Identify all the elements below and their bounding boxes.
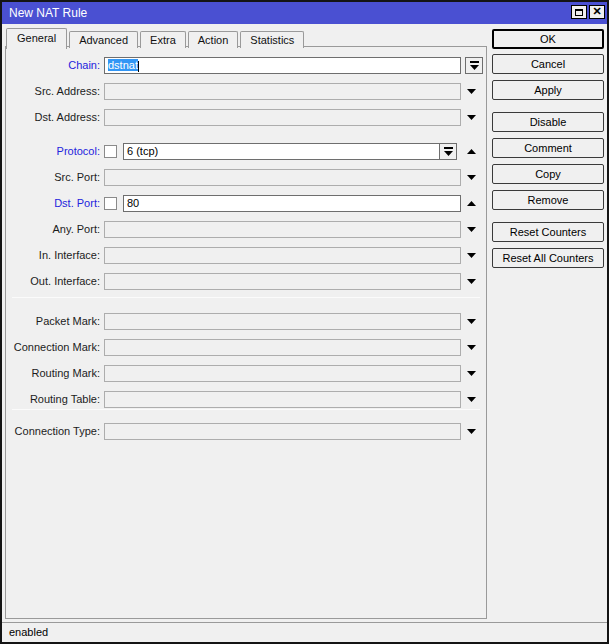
dst-address-label: Dst. Address: [6, 109, 100, 126]
connection-type-input[interactable] [104, 423, 461, 440]
in-interface-input[interactable] [104, 247, 461, 264]
dst-address-input[interactable] [104, 109, 461, 126]
text-caret [138, 61, 139, 72]
packet-mark-input[interactable] [104, 313, 461, 330]
status-bar: enabled [2, 622, 607, 642]
packet-mark-expand-button[interactable] [465, 313, 477, 330]
in-interface-expand-button[interactable] [465, 247, 477, 264]
triangle-down-icon [467, 429, 476, 434]
cancel-button[interactable]: Cancel [492, 54, 604, 74]
field-row-chain: Chain: dstnat [6, 57, 486, 74]
close-glyph: ✕ [592, 6, 601, 17]
triangle-down-icon [467, 175, 476, 180]
triangle-down-icon [467, 319, 476, 324]
in-interface-label: In. Interface: [6, 247, 100, 264]
separator [12, 297, 480, 298]
reset-counters-button[interactable]: Reset Counters [492, 222, 604, 242]
window-controls: ✕ [571, 5, 605, 19]
disable-button[interactable]: Disable [492, 112, 604, 132]
remove-button[interactable]: Remove [492, 190, 604, 210]
triangle-down-icon [467, 397, 476, 402]
restore-icon[interactable] [571, 5, 587, 19]
field-row-src-port: Src. Port: [6, 169, 486, 186]
restore-glyph [575, 9, 583, 16]
protocol-negate-checkbox[interactable] [104, 145, 117, 158]
dst-address-expand-button[interactable] [465, 109, 477, 126]
separator [12, 409, 480, 410]
comment-button[interactable]: Comment [492, 138, 604, 158]
field-row-out-interface: Out. Interface: [6, 273, 486, 290]
chain-dropdown-button[interactable] [465, 57, 483, 74]
triangle-down-icon [467, 115, 476, 120]
connection-mark-label: Connection Mark: [6, 339, 100, 356]
protocol-collapse-button[interactable] [465, 143, 477, 160]
field-row-connection-mark: Connection Mark: [6, 339, 486, 356]
chain-value-selected: dstnat [108, 59, 138, 71]
field-row-dst-address: Dst. Address: [6, 109, 486, 126]
tab-general[interactable]: General [6, 28, 67, 49]
out-interface-input[interactable] [104, 273, 461, 290]
reset-all-counters-button[interactable]: Reset All Counters [492, 248, 604, 268]
field-row-routing-table: Routing Table: [6, 391, 486, 408]
tab-bar: GeneralAdvancedExtraActionStatistics [6, 28, 306, 49]
src-port-expand-button[interactable] [465, 169, 477, 186]
field-row-packet-mark: Packet Mark: [6, 313, 486, 330]
out-interface-label: Out. Interface: [6, 273, 100, 290]
any-port-expand-button[interactable] [465, 221, 477, 238]
dst-port-label: Dst. Port: [6, 195, 100, 212]
any-port-input[interactable] [104, 221, 461, 238]
packet-mark-label: Packet Mark: [6, 313, 100, 330]
triangle-down-icon [467, 253, 476, 258]
copy-button[interactable]: Copy [492, 164, 604, 184]
connection-type-expand-button[interactable] [465, 423, 477, 440]
protocol-input[interactable]: 6 (tcp) [123, 143, 440, 160]
routing-mark-input[interactable] [104, 365, 461, 382]
src-port-label: Src. Port: [6, 169, 100, 186]
dst-port-negate-checkbox[interactable] [104, 197, 117, 210]
connection-mark-expand-button[interactable] [465, 339, 477, 356]
dropdown-bar-arrow-icon [444, 147, 453, 156]
chain-label: Chain: [6, 57, 100, 74]
dst-port-collapse-button[interactable] [465, 195, 477, 212]
protocol-dropdown-button[interactable] [439, 143, 457, 160]
dropdown-bar-arrow-icon [470, 61, 479, 70]
general-tab-panel: Chain: dstnat Src. Address: Dst. Address… [5, 46, 487, 619]
tab-action[interactable]: Action [188, 31, 239, 48]
src-address-expand-button[interactable] [465, 83, 477, 100]
connection-mark-input[interactable] [104, 339, 461, 356]
src-port-input[interactable] [104, 169, 461, 186]
field-row-protocol: Protocol: 6 (tcp) [6, 143, 486, 160]
ok-button[interactable]: OK [492, 29, 604, 49]
field-row-any-port: Any. Port: [6, 221, 486, 238]
close-icon[interactable]: ✕ [589, 5, 605, 19]
src-address-input[interactable] [104, 83, 461, 100]
tab-advanced[interactable]: Advanced [69, 31, 138, 48]
routing-table-expand-button[interactable] [465, 391, 477, 408]
window-title: New NAT Rule [9, 6, 87, 20]
routing-table-label: Routing Table: [6, 391, 100, 408]
triangle-down-icon [467, 371, 476, 376]
routing-table-input[interactable] [104, 391, 461, 408]
field-row-connection-type: Connection Type: [6, 423, 486, 440]
titlebar[interactable]: New NAT Rule ✕ [2, 2, 607, 24]
apply-button[interactable]: Apply [492, 80, 604, 100]
chain-input[interactable]: dstnat [104, 57, 461, 74]
triangle-down-icon [467, 89, 476, 94]
connection-type-label: Connection Type: [6, 423, 100, 440]
field-row-in-interface: In. Interface: [6, 247, 486, 264]
tab-statistics[interactable]: Statistics [240, 31, 304, 48]
triangle-down-icon [467, 345, 476, 350]
routing-mark-expand-button[interactable] [465, 365, 477, 382]
tab-extra[interactable]: Extra [140, 31, 186, 48]
protocol-label: Protocol: [6, 143, 100, 160]
field-row-routing-mark: Routing Mark: [6, 365, 486, 382]
status-text: enabled [9, 626, 48, 638]
any-port-label: Any. Port: [6, 221, 100, 238]
routing-mark-label: Routing Mark: [6, 365, 100, 382]
field-row-dst-port: Dst. Port: 80 [6, 195, 486, 212]
new-nat-rule-window: New NAT Rule ✕ GeneralAdvancedExtraActio… [0, 0, 609, 644]
dst-port-input[interactable]: 80 [123, 195, 461, 212]
out-interface-expand-button[interactable] [465, 273, 477, 290]
triangle-up-icon [467, 201, 476, 206]
field-row-src-address: Src. Address: [6, 83, 486, 100]
